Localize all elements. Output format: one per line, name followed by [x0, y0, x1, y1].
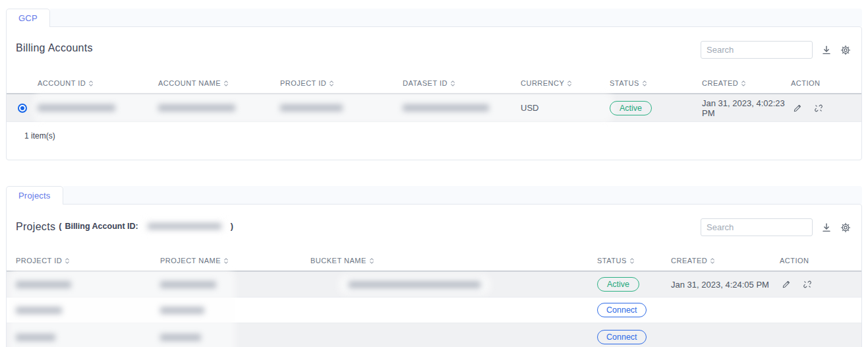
column-header-action: ACTION	[791, 79, 861, 87]
sort-icon	[642, 80, 647, 87]
tab-projects-label: Projects	[18, 191, 51, 201]
status-cell: Connect	[597, 330, 671, 344]
column-header-currency[interactable]: CURRENCY	[521, 79, 610, 87]
projects-card: Projects ( Billing Account ID: )	[6, 204, 862, 347]
sort-icon	[223, 257, 229, 265]
projects-toolbar	[701, 218, 851, 236]
sort-icon	[88, 80, 94, 87]
project-id-cell	[7, 281, 160, 288]
column-header-account-id[interactable]: ACCOUNT ID	[38, 79, 158, 87]
billing-search-input[interactable]	[701, 41, 813, 59]
tabbar-spacer	[50, 9, 862, 26]
billing-table-body: USD Active Jan 31, 2023, 4:02:23 PM 1 it…	[7, 94, 861, 141]
unlink-icon[interactable]	[802, 279, 813, 290]
sort-icon	[65, 257, 70, 265]
radio-selected-icon[interactable]	[18, 104, 27, 113]
sort-icon	[223, 80, 229, 87]
sort-icon	[567, 80, 572, 87]
project-name-cell	[160, 307, 310, 314]
projects-table-header: PROJECT ID PROJECT NAME BUCKET NAME STAT…	[7, 251, 861, 270]
billing-tabbar: GCP	[6, 9, 862, 26]
account-id-cell	[38, 104, 158, 111]
gear-icon[interactable]	[840, 222, 851, 233]
status-cell: Active	[597, 277, 671, 292]
subtitle-paren-close: )	[231, 222, 233, 231]
billing-toolbar	[701, 41, 851, 59]
column-header-project-id[interactable]: PROJECT ID	[280, 79, 403, 87]
billing-account-row[interactable]: USD Active Jan 31, 2023, 4:02:23 PM	[7, 94, 861, 122]
column-header-bucket-name[interactable]: BUCKET NAME	[310, 257, 597, 265]
redacted-project-name	[160, 334, 201, 341]
subtitle-paren-open: (	[59, 222, 61, 231]
column-header-status[interactable]: STATUS	[610, 79, 702, 87]
billing-accounts-panel: GCP Billing Accounts	[6, 9, 862, 160]
connect-button[interactable]: Connect	[597, 303, 647, 317]
redacted-project-id	[280, 104, 343, 111]
projects-panel: Projects Projects ( Billing Account ID: …	[6, 186, 862, 347]
edit-icon[interactable]	[781, 279, 792, 290]
connect-button[interactable]: Connect	[597, 330, 647, 344]
projects-tabbar: Projects	[6, 186, 862, 204]
dataset-id-cell	[403, 104, 521, 111]
redacted-billing-account-id	[144, 222, 225, 231]
column-header-project-id[interactable]: PROJECT ID	[7, 257, 160, 265]
tab-gcp[interactable]: GCP	[6, 9, 50, 27]
action-cell	[791, 103, 861, 113]
column-header-created[interactable]: CREATED	[671, 257, 780, 265]
redacted-bucket-name	[349, 281, 480, 288]
projects-title: Projects	[16, 221, 55, 233]
redacted-project-id	[16, 334, 55, 341]
edit-icon[interactable]	[792, 103, 803, 113]
billing-title: Billing Accounts	[16, 42, 93, 54]
status-badge: Active	[597, 277, 639, 292]
column-header-project-name[interactable]: PROJECT NAME	[160, 257, 310, 265]
column-header-action: ACTION	[780, 257, 861, 265]
projects-title-group: Projects ( Billing Account ID: )	[16, 220, 233, 233]
sort-icon	[710, 257, 715, 265]
unlink-icon[interactable]	[813, 103, 824, 113]
account-name-cell	[158, 104, 280, 111]
billing-accounts-card: Billing Accounts ACCOUNT	[6, 26, 862, 160]
projects-card-header: Projects ( Billing Account ID: )	[7, 205, 861, 234]
sort-icon	[369, 257, 374, 265]
download-icon[interactable]	[821, 222, 832, 233]
redacted-project-id	[16, 281, 71, 288]
projects-table-body: Active Jan 31, 2023, 4:24:05 PM	[7, 272, 861, 347]
tabbar-spacer	[63, 186, 862, 204]
project-id-cell	[280, 104, 403, 111]
status-cell: Active	[610, 101, 702, 115]
project-id-cell	[7, 334, 160, 341]
status-cell: Connect	[597, 303, 671, 317]
column-header-created[interactable]: CREATED	[702, 79, 791, 87]
column-header-status[interactable]: STATUS	[597, 257, 671, 265]
row-select-cell	[7, 104, 38, 113]
created-cell: Jan 31, 2023, 4:02:23 PM	[702, 98, 791, 118]
sort-icon	[329, 80, 334, 87]
currency-cell: USD	[521, 103, 610, 113]
gear-icon[interactable]	[840, 45, 851, 55]
sort-icon	[629, 257, 635, 265]
status-badge: Active	[610, 101, 652, 115]
redacted-project-id	[16, 307, 62, 314]
download-icon[interactable]	[821, 45, 832, 55]
redacted-account-id	[38, 104, 115, 111]
column-header-account-name[interactable]: ACCOUNT NAME	[158, 79, 280, 87]
sort-icon	[450, 80, 455, 87]
action-cell	[780, 279, 861, 290]
billing-account-id-label: Billing Account ID:	[65, 222, 138, 231]
bucket-name-cell	[310, 278, 597, 291]
items-count: 1 item(s)	[7, 122, 861, 141]
tab-projects[interactable]: Projects	[6, 186, 63, 205]
projects-search-input[interactable]	[701, 218, 813, 236]
project-name-cell	[160, 281, 310, 288]
tab-gcp-label: GCP	[18, 13, 38, 23]
created-cell: Jan 31, 2023, 4:24:05 PM	[671, 280, 780, 290]
project-id-cell	[7, 307, 160, 314]
sort-icon	[741, 80, 746, 87]
redacted-project-name	[160, 281, 216, 288]
redacted-dataset-id	[403, 104, 489, 111]
redacted-account-name	[158, 104, 235, 111]
redacted-project-name	[160, 307, 204, 314]
billing-card-header: Billing Accounts	[7, 27, 861, 57]
column-header-dataset-id[interactable]: DATASET ID	[403, 79, 521, 87]
